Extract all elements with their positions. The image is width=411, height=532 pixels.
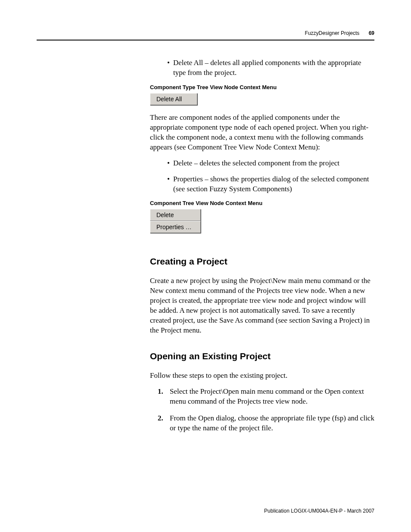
paragraph: Create a new project by using the Projec… xyxy=(150,276,374,336)
bullet-list-commands: Delete – deletes the selected component … xyxy=(150,159,374,194)
header-title: FuzzyDesigner Projects xyxy=(305,30,360,36)
numbered-steps: Select the Project\Open main menu comman… xyxy=(150,387,374,433)
figure-caption: Component Type Tree View Node Context Me… xyxy=(150,84,374,90)
section-heading-opening: Opening an Existing Project xyxy=(150,351,374,361)
menu-item-delete[interactable]: Delete xyxy=(150,209,201,221)
context-menu-component-node: Delete Properties … xyxy=(150,209,201,233)
header-rule xyxy=(37,40,374,40)
bullet-item: Delete All – deletes all applied compone… xyxy=(150,58,374,78)
paragraph: There are component nodes of the applied… xyxy=(150,113,374,152)
menu-item-delete-all[interactable]: Delete All xyxy=(150,93,197,105)
menu-item-properties[interactable]: Properties … xyxy=(150,221,201,233)
bullet-list-delete-all: Delete All – deletes all applied compone… xyxy=(150,58,374,78)
step-item: From the Open dialog, choose the appropr… xyxy=(150,414,374,433)
step-item: Select the Project\Open main menu comman… xyxy=(150,387,374,407)
paragraph: Follow these steps to open the existing … xyxy=(150,371,374,381)
bullet-item: Properties – shows the properties dialog… xyxy=(150,174,374,194)
section-heading-creating: Creating a Project xyxy=(150,256,374,267)
main-content: Delete All – deletes all applied compone… xyxy=(150,58,374,440)
bullet-item: Delete – deletes the selected component … xyxy=(150,159,374,168)
page-footer: Publication LOGIX-UM004A-EN-P - March 20… xyxy=(264,508,374,514)
page-number: 69 xyxy=(369,30,374,36)
figure-caption: Component Tree View Node Context Menu xyxy=(150,200,374,206)
page-header: FuzzyDesigner Projects 69 xyxy=(305,30,374,36)
context-menu-type-node: Delete All xyxy=(150,93,197,105)
